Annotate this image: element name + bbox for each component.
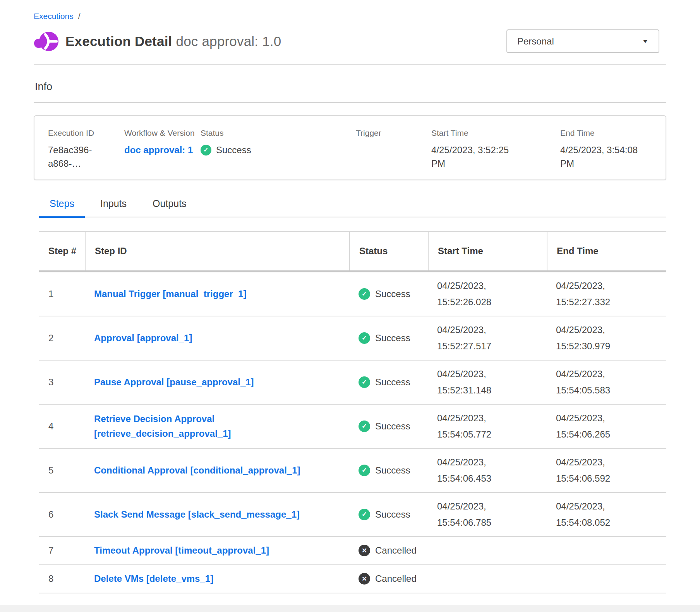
step-number: 4	[39, 421, 85, 432]
status-cell: ✓Success	[349, 288, 428, 300]
info-field-end-time: End Time 4/25/2023, 3:54:08 PM	[560, 128, 666, 179]
breadcrumb-separator: /	[78, 12, 81, 21]
table-header: Step # Step ID Status Start Time End Tim…	[39, 231, 666, 272]
table-row: 8Delete VMs [delete_vms_1]✕Cancelled	[39, 565, 666, 593]
start-time: 04/25/2023, 15:52:26.028	[437, 278, 506, 310]
info-field-workflow-version: Workflow & Version doc approval: 1	[124, 128, 201, 179]
end-time: 04/25/2023, 15:54:08.052	[556, 498, 625, 531]
info-card: Execution ID 7e8ac396-a868-… Workflow & …	[34, 115, 666, 180]
chevron-down-icon: ▼	[642, 38, 649, 44]
status-cell: ✓Success	[349, 332, 428, 344]
title-divider	[34, 64, 666, 65]
execution-detail-page: Executions / Execution Detaildoc approva…	[0, 0, 700, 593]
start-time: 04/25/2023, 15:52:31.148	[437, 366, 506, 398]
start-time: 04/25/2023, 15:52:27.517	[437, 322, 506, 354]
status-text: Success	[375, 509, 410, 520]
page-subtitle: doc approval: 1.0	[176, 34, 281, 49]
success-icon: ✓	[359, 421, 370, 432]
breadcrumb-executions-link[interactable]: Executions	[34, 12, 74, 21]
end-time: 04/25/2023, 15:54:05.583	[556, 366, 625, 398]
workflow-version-link[interactable]: doc approval: 1	[124, 144, 201, 157]
column-header-end-time: End Time	[547, 232, 666, 270]
tab-steps[interactable]: Steps	[39, 198, 85, 218]
end-time: 04/25/2023, 15:52:30.979	[556, 322, 625, 354]
end-time-value: 4/25/2023, 3:54:08 PM	[560, 144, 643, 171]
info-field-trigger: Trigger	[356, 128, 431, 179]
step-id-link[interactable]: Pause Approval [pause_approval_1]	[94, 375, 254, 389]
step-number: 8	[39, 573, 85, 584]
tab-bar: Steps Inputs Outputs	[39, 198, 666, 217]
success-icon: ✓	[359, 288, 370, 300]
success-icon: ✓	[359, 509, 370, 520]
end-time: 04/25/2023, 15:52:27.332	[556, 278, 625, 310]
execution-id-label: Execution ID	[48, 128, 124, 138]
status-cell: ✓Success	[349, 376, 428, 388]
success-icon: ✓	[359, 465, 370, 476]
table-row: 6Slack Send Message [slack_send_message_…	[39, 493, 666, 537]
step-number: 1	[39, 289, 85, 299]
start-time-value: 4/25/2023, 3:52:25 PM	[431, 144, 515, 171]
table-row: 4Retrieve Decision Approval [retrieve_de…	[39, 405, 666, 449]
status-value: Success	[216, 144, 251, 157]
trigger-label: Trigger	[356, 128, 431, 138]
column-header-status: Status	[349, 232, 428, 270]
status-cell: ✓Success	[349, 421, 428, 432]
start-time-label: Start Time	[431, 128, 560, 138]
page-title: Execution Detail	[65, 34, 172, 49]
info-field-status: Status ✓ Success	[201, 128, 356, 179]
step-number: 5	[39, 465, 85, 476]
status-text: Success	[375, 289, 410, 299]
info-divider	[34, 102, 666, 103]
start-time: 04/25/2023, 15:54:06.785	[437, 498, 506, 531]
step-number: 6	[39, 509, 85, 520]
info-heading: Info	[35, 81, 666, 93]
cancelled-icon: ✕	[359, 545, 370, 556]
info-field-start-time: Start Time 4/25/2023, 3:52:25 PM	[431, 128, 560, 179]
workflow-version-label: Workflow & Version	[124, 128, 201, 138]
table-row: 1Manual Trigger [manual_trigger_1]✓Succe…	[39, 272, 666, 316]
start-time: 04/25/2023, 15:54:06.453	[437, 454, 506, 487]
success-icon: ✓	[359, 376, 370, 388]
step-id-link[interactable]: Approval [approval_1]	[94, 331, 192, 345]
column-header-step-id: Step ID	[85, 232, 349, 270]
column-header-start-time: Start Time	[428, 232, 547, 270]
step-number: 2	[39, 333, 85, 344]
status-text: Success	[375, 465, 410, 476]
page-bottom-strip	[0, 605, 700, 612]
status-text: Success	[375, 377, 410, 388]
step-number: 3	[39, 377, 85, 388]
cancelled-icon: ✕	[359, 573, 370, 585]
step-id-link[interactable]: Timeout Approval [timeout_approval_1]	[94, 543, 269, 557]
status-cell: ✓Success	[349, 509, 428, 520]
table-row: 7Timeout Approval [timeout_approval_1]✕C…	[39, 537, 666, 565]
end-time: 04/25/2023, 15:54:06.592	[556, 454, 625, 487]
end-time: 04/25/2023, 15:54:06.265	[556, 410, 625, 443]
step-id-link[interactable]: Delete VMs [delete_vms_1]	[94, 571, 213, 586]
success-icon: ✓	[201, 145, 211, 156]
workspace-select[interactable]: Personal ▼	[506, 29, 659, 53]
table-body: 1Manual Trigger [manual_trigger_1]✓Succe…	[39, 272, 666, 593]
steps-table: Step # Step ID Status Start Time End Tim…	[39, 231, 666, 593]
title-row: Execution Detaildoc approval: 1.0 Person…	[34, 29, 666, 53]
execution-id-value: 7e8ac396-a868-…	[48, 144, 124, 171]
status-text: Success	[375, 421, 410, 432]
step-id-link[interactable]: Retrieve Decision Approval [retrieve_dec…	[94, 412, 343, 440]
step-id-link[interactable]: Manual Trigger [manual_trigger_1]	[94, 287, 246, 301]
step-id-link[interactable]: Slack Send Message [slack_send_message_1…	[94, 507, 300, 521]
start-time: 04/25/2023, 15:54:05.772	[437, 410, 506, 443]
step-number: 7	[39, 545, 85, 556]
table-row: 2Approval [approval_1]✓Success04/25/2023…	[39, 316, 666, 361]
table-row: 5Conditional Approval [conditional_appro…	[39, 449, 666, 493]
status-cell: ✕Cancelled	[349, 545, 428, 556]
step-id-link[interactable]: Conditional Approval [conditional_approv…	[94, 463, 300, 477]
status-text: Cancelled	[375, 545, 417, 556]
status-cell: ✕Cancelled	[349, 573, 428, 585]
status-label: Status	[201, 128, 356, 138]
tab-outputs[interactable]: Outputs	[142, 198, 197, 218]
status-cell: ✓Success	[349, 465, 428, 476]
status-text: Success	[375, 333, 410, 344]
success-icon: ✓	[359, 332, 370, 344]
tab-inputs[interactable]: Inputs	[90, 198, 137, 218]
breadcrumb: Executions /	[34, 0, 666, 21]
column-header-step-number: Step #	[39, 232, 85, 270]
